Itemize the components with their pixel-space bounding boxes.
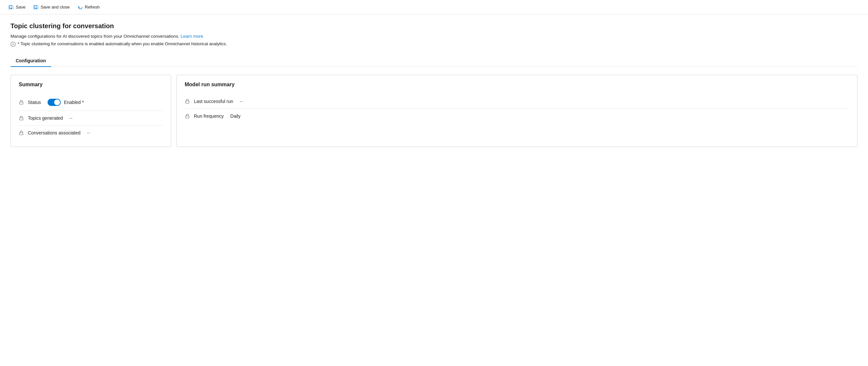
status-toggle[interactable] bbox=[48, 99, 61, 106]
status-field-row: Status Enabled * bbox=[19, 94, 163, 111]
svg-rect-3 bbox=[20, 132, 23, 135]
save-icon bbox=[8, 5, 14, 10]
refresh-button[interactable]: Refresh bbox=[74, 3, 103, 12]
conversations-associated-label: Conversations associated bbox=[28, 130, 81, 135]
run-frequency-field-row: Run frequency Daily bbox=[185, 109, 849, 123]
toolbar: Save Save and close Refresh bbox=[0, 0, 868, 14]
tabs: Configuration bbox=[10, 55, 858, 67]
refresh-icon bbox=[78, 5, 83, 10]
run-frequency-value: Daily bbox=[230, 114, 241, 119]
learn-more-link[interactable]: Learn more bbox=[181, 34, 204, 39]
model-run-card-title: Model run summary bbox=[185, 82, 849, 88]
page-content: Topic clustering for conversation Manage… bbox=[0, 14, 868, 155]
last-run-label: Last successful run bbox=[194, 99, 233, 104]
refresh-label: Refresh bbox=[85, 5, 100, 9]
svg-rect-4 bbox=[186, 101, 189, 103]
last-run-field-row: Last successful run -- bbox=[185, 94, 849, 109]
summary-card-title: Summary bbox=[19, 82, 163, 88]
lock-icon-last-run bbox=[185, 99, 190, 104]
info-icon bbox=[10, 42, 16, 47]
status-enabled-text: Enabled * bbox=[64, 100, 84, 105]
summary-card: Summary Status Enabled * bbox=[10, 75, 171, 147]
save-label: Save bbox=[16, 5, 26, 9]
lock-icon-conversations bbox=[19, 130, 24, 135]
status-label: Status bbox=[28, 100, 41, 105]
save-close-icon bbox=[33, 5, 39, 10]
run-frequency-label: Run frequency bbox=[194, 114, 224, 119]
conversations-associated-value: -- bbox=[87, 130, 90, 135]
topics-generated-field-row: Topics generated -- bbox=[19, 111, 163, 126]
page-title: Topic clustering for conversation bbox=[10, 22, 858, 30]
conversations-associated-field-row: Conversations associated -- bbox=[19, 126, 163, 140]
tab-configuration[interactable]: Configuration bbox=[10, 55, 51, 67]
save-close-label: Save and close bbox=[41, 5, 70, 9]
topics-generated-label: Topics generated bbox=[28, 116, 63, 121]
last-run-value: -- bbox=[240, 99, 243, 104]
svg-rect-5 bbox=[186, 116, 189, 118]
save-button[interactable]: Save bbox=[5, 3, 29, 12]
cards-container: Summary Status Enabled * bbox=[10, 75, 858, 147]
svg-rect-2 bbox=[20, 118, 23, 120]
page-description: Manage configurations for AI discovered … bbox=[10, 34, 858, 39]
save-close-button[interactable]: Save and close bbox=[30, 3, 73, 12]
topics-generated-value: -- bbox=[69, 116, 72, 121]
description-text: Manage configurations for AI discovered … bbox=[10, 34, 180, 39]
info-note: * Topic clustering for conversations is … bbox=[10, 41, 858, 47]
model-run-card: Model run summary Last successful run --… bbox=[177, 75, 858, 147]
lock-icon-topics bbox=[19, 116, 24, 121]
svg-rect-1 bbox=[20, 102, 23, 104]
info-note-text: * Topic clustering for conversations is … bbox=[18, 41, 227, 46]
status-toggle-container: Enabled * bbox=[48, 99, 84, 106]
lock-icon-run-frequency bbox=[185, 114, 190, 119]
lock-icon-status bbox=[19, 100, 24, 105]
